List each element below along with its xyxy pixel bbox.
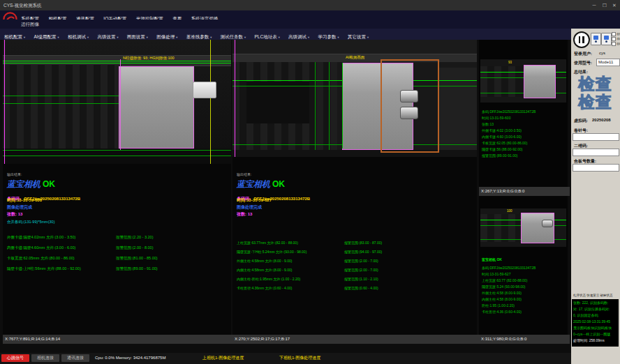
preview-text-line: 外侧卡缝:4.02 (3.00-3.50) [482, 128, 522, 132]
measurement-row: 外侧主柱:4.58mm 允许:(8.00 - 9.00) [237, 259, 292, 263]
measurement-row: 卡板宽度:62.05mm 允许:(80.00 - 86.00) [7, 256, 75, 261]
close-button[interactable]: ✕ [610, 0, 619, 10]
dropdown-arrow-icon: ▼ [307, 36, 310, 39]
preview-status-caption: 蓝宝相机 OK [482, 257, 502, 261]
measurement-row: 外侧卡缝:隔壁4.02mm 允许:(3.00 - 3.50) [7, 235, 75, 240]
preview-top-coordinates: X:267;Y:13;R:0;G:0;B:0 [479, 187, 570, 196]
machinery-band [232, 40, 477, 54]
stats-line: 对: 17, 识别分辨条码对: [573, 307, 610, 311]
minimize-button[interactable]: ─ [589, 0, 599, 10]
view-option-draw[interactable]: 画线画布 [612, 42, 620, 46]
view-option-screen[interactable]: 画面显示 [612, 32, 620, 36]
measurement-row: 隔壁宽度-下H柱:5.24mm 允许:(93.00 - 98.00) [237, 250, 307, 254]
status-bar: 心跳信号 相机连接 通讯连接 Cpu: 0.0% Memory: 3424.41… [0, 353, 571, 364]
preview-text-line: 隔壁宽度:5.24 (93.00-98.00) [482, 285, 526, 289]
lens-icon [605, 40, 607, 43]
measurement-row: 内侧主柱-距柱:1.95mm 允许:(1.00 - 2.20) [237, 277, 300, 281]
model-select[interactable]: Mode11 [596, 59, 620, 66]
title-bar: CYS-视觉检测系统 ─ ☐ ✕ [0, 0, 620, 10]
scene-overlay-label: AI检测画面 [346, 55, 364, 60]
roll-number-input[interactable] [573, 133, 619, 141]
app-window: CYS-视觉检测系统 ─ ☐ ✕ 系统配置 相机配置 通讯配置 IO手动配置 光… [0, 0, 620, 364]
machinery-gap [3, 149, 231, 164]
edge-line-magenta [4, 40, 5, 164]
measurement-row: 内侧主柱:4.58mm 允许:(8.00 - 9.00) [237, 268, 292, 272]
measure-line-yellow [210, 40, 211, 164]
camera-link-indicator: 相机连接 [31, 354, 59, 362]
lens-icon [595, 40, 597, 43]
guide-line [3, 150, 231, 151]
window-title: CYS-视觉检测系统 [3, 0, 42, 10]
machinery-slats [3, 65, 121, 149]
guide-line-vertical [342, 63, 343, 149]
stats-line: 0~cys一样上识别一图版 [573, 332, 610, 336]
board-count-input[interactable] [573, 164, 619, 172]
dropdown-arrow-icon: ▼ [244, 36, 246, 39]
camera-b-button[interactable] [601, 33, 612, 45]
cpu-memory-readout: Cpu: 0.0% Memory: 3424.41796875M [95, 354, 165, 362]
menu-bar: 系统配置 相机配置 通讯配置 IO手动配置 光源控制配置 查看 系统语言切换 [0, 10, 620, 20]
preview-text-line: 距柱:1.95 (1.00-2.20) [482, 303, 515, 308]
top-camera-speed: 上相机1-图像处理速度 [202, 354, 244, 362]
camera-status: OK [43, 179, 55, 189]
checkbox-icon [612, 32, 616, 36]
preview-text-line: 条码:DFFJiiw2025020813313472B [482, 109, 536, 114]
run-row: 运行图像 [0, 20, 620, 29]
preview-text-line: 隔壁卡缝:56 (88.00-92.00) [482, 147, 522, 151]
pause-button[interactable] [573, 31, 590, 48]
bottom-camera-speed: 下相机1-图像处理速度 [279, 354, 320, 362]
right-camera-view[interactable]: AI检测画面 输出结果: 蓝宝相机OK 条码码: DFFJiiw20250208… [232, 40, 477, 335]
result-text-line: 检查 [573, 75, 619, 93]
preview-top-scene[interactable]: 93 [480, 59, 566, 103]
alarm-range: 报警范围:(2.00 - 8.00) [116, 245, 154, 250]
alarm-range: 报警范围:(89.00 - 91.00) [116, 266, 158, 271]
left-camera-view[interactable]: N柱缝隙值: 93; HG间隙值:100 输出结果: 蓝宝相机OK 条码码: D… [3, 40, 231, 335]
time-row: 时间:13-31-59-600 [7, 197, 42, 204]
product-block [521, 213, 554, 243]
alarm-range: 报警范围:(2.00 - 7.00) [344, 259, 378, 263]
qrcode-input[interactable] [573, 149, 619, 156]
preview-text-line: 时间:13-31-59-627 [482, 272, 510, 276]
camera-name: 蓝宝相机 [7, 179, 40, 189]
screw-part [400, 90, 418, 103]
comm-link-indicator: 通讯连接 [61, 354, 89, 362]
login-user-value: cys [599, 51, 605, 55]
scene-overlay-label: N柱缝隙值: 93; HG间隙值:100 [123, 56, 175, 61]
preview-panel-bottom[interactable]: 100 蓝宝相机 OK 条码:DFFJiiw2025020813313472B … [479, 196, 568, 335]
dropdown-arrow-icon: ▼ [23, 36, 26, 39]
process-row: 图像处理完成 [7, 204, 32, 211]
count-row: 张数: 13 [7, 211, 22, 218]
alarm-range: 报警范围:(2.00 - 7.00) [344, 268, 378, 272]
scene-overlay-label: 93 [508, 61, 512, 64]
right-camera-scene[interactable]: AI检测画面 [232, 40, 477, 157]
result-caption: 输出结果: [237, 172, 251, 176]
connector-part [193, 82, 216, 98]
processing-time: 处理时间: 258.09ms [573, 338, 605, 342]
preview-bottom-scene[interactable]: 100 [480, 208, 566, 247]
alarm-range: 报警范围:(83.00 - 87.00) [344, 241, 382, 245]
camera-result-row: 蓝宝相机OK [7, 177, 55, 190]
right-view-coordinates: X:270;Y:2502;R:17;G:17;B:17 [232, 335, 479, 344]
process-row: 图像处理完成 [237, 204, 262, 211]
maximize-button[interactable]: ☐ [600, 0, 610, 10]
run-image-label: 运行图像 [21, 20, 39, 29]
stats-box: 张数: 222, 识别条码数: 对: 17, 识别分辨条码对: 0, 识别固定条… [572, 299, 619, 347]
camera-name: 蓝宝相机 [237, 179, 270, 189]
checkbox-icon [612, 37, 616, 41]
pause-icon [582, 36, 584, 43]
pause-icon [579, 36, 581, 43]
stats-line: 显示图码板块识别码板块 [573, 326, 612, 330]
camera-icon [593, 36, 598, 40]
preview-panel-top[interactable]: 93 条码:DFFJiiw2025020813313472B 时间:13-31-… [479, 40, 568, 187]
measurement-row: 卡柱直径:4.36mm 允许:(0.60 - 4.00) [237, 286, 292, 290]
camera-a-button[interactable] [591, 33, 601, 45]
measure-line-pink [120, 59, 121, 150]
view-option-lines[interactable]: 排线画布 [612, 37, 620, 41]
guide-line-vertical [315, 62, 316, 150]
stats-line: 张数: 222, 识别条码数: [573, 301, 608, 305]
preview-text-line: 时间:13-31-59-600 [482, 116, 510, 120]
preview-text-line: 内侧卡缝:4.60 (3.00-6.00) [482, 135, 522, 139]
left-camera-scene[interactable]: N柱缝隙值: 93; HG间隙值:100 [3, 40, 231, 164]
checkbox-icon [612, 42, 616, 46]
model-label: 使用型号: [574, 60, 592, 66]
